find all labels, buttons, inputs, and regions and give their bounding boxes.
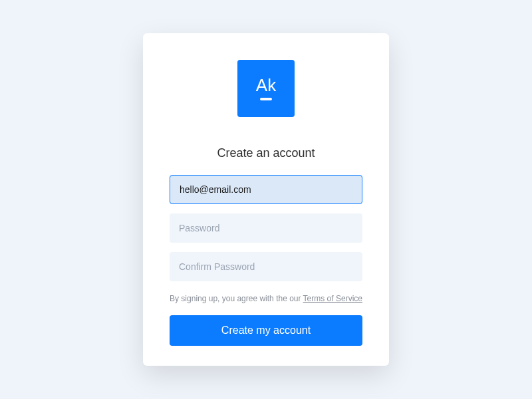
logo: Ak	[237, 60, 295, 117]
email-field[interactable]	[170, 175, 362, 204]
logo-underline-icon	[260, 98, 272, 100]
password-field[interactable]	[170, 213, 362, 243]
logo-text: Ak	[256, 76, 276, 94]
page-title: Create an account	[217, 146, 315, 160]
create-account-button[interactable]: Create my account	[170, 315, 362, 346]
signup-card: Ak Create an account By signing up, you …	[143, 33, 389, 366]
confirm-password-field[interactable]	[170, 252, 362, 281]
terms-link[interactable]: Terms of Service	[303, 294, 362, 303]
terms-prefix: By signing up, you agree with the our	[170, 294, 303, 303]
terms-text: By signing up, you agree with the our Te…	[170, 293, 362, 305]
